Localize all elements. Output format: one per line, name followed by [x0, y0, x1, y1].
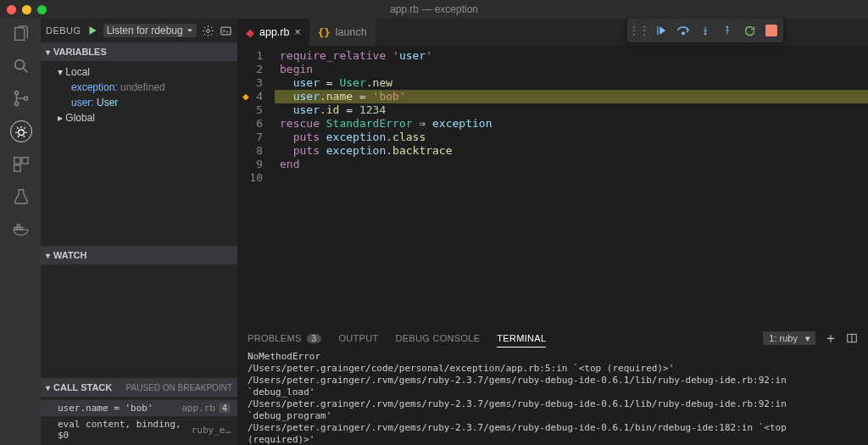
svg-point-12	[207, 29, 210, 32]
code-content[interactable]: require_relative 'user'begin user = User…	[275, 46, 868, 325]
editor-tabs: ◆ app.rb × {} launch ⋮⋮	[237, 19, 868, 46]
svg-point-17	[726, 26, 728, 28]
split-terminal-button[interactable]	[846, 332, 858, 344]
terminal-output[interactable]: NoMethodError/Users/peter.grainger/code/…	[237, 351, 868, 445]
line-gutter: ◆ 1 2 3 4 5 6 7 8 9 10	[237, 46, 275, 325]
svg-rect-7	[14, 165, 20, 171]
start-debug-button[interactable]	[86, 25, 98, 36]
breakpoint-exception-icon[interactable]: ◆	[242, 90, 249, 103]
drag-handle-icon[interactable]: ⋮⋮	[632, 24, 646, 37]
tab-app-rb[interactable]: ◆ app.rb ×	[237, 19, 309, 46]
svg-point-1	[14, 92, 18, 95]
stack-frame[interactable]: eval content, binding, $0 ruby_e…	[41, 416, 237, 443]
extensions-icon[interactable]	[11, 154, 31, 175]
svg-rect-11	[17, 225, 19, 227]
debug-header: DEBUG Listen for rdebug	[41, 19, 237, 42]
svg-rect-6	[22, 158, 28, 164]
variables-body: ▾ Local exception: undefined user: User …	[41, 61, 237, 132]
scope-global[interactable]: ▸ Global	[41, 110, 237, 125]
svg-rect-14	[657, 26, 658, 34]
svg-point-0	[15, 60, 25, 70]
svg-point-16	[704, 33, 706, 35]
debug-icon[interactable]	[10, 120, 32, 142]
scope-local[interactable]: ▾ Local	[41, 64, 237, 80]
svg-point-2	[14, 102, 18, 105]
tab-problems[interactable]: PROBLEMS 3	[248, 333, 321, 343]
tab-launch[interactable]: {} launch	[309, 19, 376, 46]
tab-output[interactable]: OUTPUT	[338, 333, 378, 343]
variable-row[interactable]: user: User	[41, 95, 237, 110]
window-maximize-icon[interactable]	[37, 5, 47, 14]
test-icon[interactable]	[11, 186, 31, 207]
svg-point-4	[19, 130, 25, 136]
step-out-button[interactable]	[721, 24, 734, 37]
debug-config-select[interactable]: Listen for rdebug	[103, 24, 197, 37]
debug-label: DEBUG	[46, 25, 81, 36]
watch-section-header[interactable]: ▾ WATCH	[41, 246, 237, 264]
step-over-button[interactable]	[676, 24, 690, 37]
debug-console-icon[interactable]	[220, 25, 232, 37]
chevron-down-icon: ▾	[46, 383, 50, 392]
svg-rect-5	[14, 158, 20, 164]
callstack-body: user.name = 'bob' app.rb 4 eval content,…	[41, 397, 237, 445]
continue-button[interactable]	[654, 24, 668, 37]
debug-toolbar[interactable]: ⋮⋮	[627, 19, 783, 42]
variable-row[interactable]: exception: undefined	[41, 80, 237, 95]
titlebar: app.rb — exception	[0, 0, 868, 19]
gear-icon[interactable]	[202, 25, 214, 37]
stop-button[interactable]	[765, 24, 778, 37]
json-icon: {}	[318, 26, 331, 39]
tab-debug-console[interactable]: DEBUG CONSOLE	[395, 333, 480, 343]
step-into-button[interactable]	[698, 24, 712, 37]
source-control-icon[interactable]	[11, 88, 31, 108]
window-close-icon[interactable]	[7, 5, 16, 14]
variables-section-header[interactable]: ▾ VARIABLES	[41, 42, 237, 61]
debug-sidebar: DEBUG Listen for rdebug ▾ VARIABLES	[41, 19, 237, 445]
stack-frame[interactable]: user.name = 'bob' app.rb 4	[41, 400, 237, 416]
docker-icon[interactable]	[11, 219, 31, 239]
chevron-down-icon: ▾	[46, 251, 50, 260]
close-icon[interactable]: ×	[294, 26, 300, 38]
explorer-icon[interactable]	[11, 24, 31, 44]
window-title: app.rb — exception	[390, 3, 478, 15]
callstack-section-header[interactable]: ▾ CALL STACK PAUSED ON BREAKPOINT	[41, 378, 237, 397]
new-terminal-button[interactable]: ＋	[824, 330, 837, 348]
search-icon[interactable]	[11, 56, 31, 76]
restart-button[interactable]	[743, 24, 756, 37]
ruby-icon: ◆	[246, 26, 254, 39]
svg-point-15	[682, 32, 685, 35]
window-minimize-icon[interactable]	[22, 5, 31, 14]
terminal-select[interactable]: 1: ruby ▾	[763, 331, 815, 345]
svg-point-3	[24, 97, 27, 100]
code-editor[interactable]: ◆ 1 2 3 4 5 6 7 8 9 10 require_relative …	[237, 46, 868, 325]
chevron-down-icon: ▾	[46, 47, 50, 57]
svg-rect-13	[221, 27, 231, 35]
activity-bar	[0, 19, 41, 445]
bottom-panel: PROBLEMS 3 OUTPUT DEBUG CONSOLE TERMINAL…	[237, 325, 868, 445]
tab-terminal[interactable]: TERMINAL	[497, 333, 546, 348]
